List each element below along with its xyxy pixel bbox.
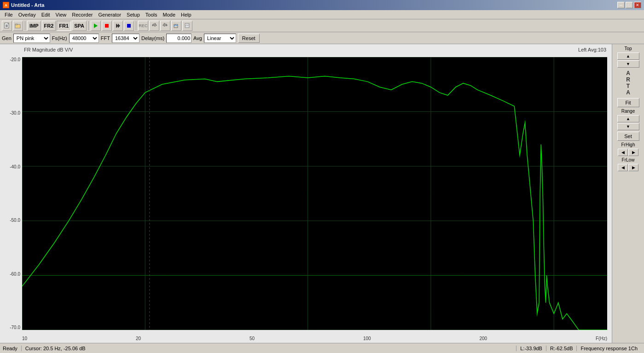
overlay-button[interactable] — [171, 21, 181, 31]
delay-input[interactable] — [166, 34, 191, 43]
fr2-button[interactable]: FR2 — [42, 21, 56, 31]
svg-rect-10 — [127, 24, 131, 28]
minimize-button[interactable]: ─ — [617, 2, 625, 8]
undo-button[interactable] — [149, 21, 159, 31]
status-ready: Ready — [3, 346, 22, 351]
svg-marker-6 — [94, 23, 98, 28]
reset-button[interactable]: Reset — [238, 34, 260, 43]
spa-button[interactable]: SPA — [72, 21, 87, 31]
menubar: File Overlay Edit View Recorder Generato… — [0, 10, 644, 19]
chart-container: FR Magnitude dB V/V Left Avg:103 -20.0 -… — [0, 44, 612, 343]
y-label-2: -30.0 — [10, 110, 20, 116]
smooth-button[interactable] — [182, 21, 192, 31]
arta-a2: A — [626, 89, 630, 96]
titlebar: A Untitled - Arta ─ □ ✕ — [0, 0, 644, 10]
titlebar-left: A Untitled - Arta — [3, 2, 44, 8]
play2-button[interactable] — [113, 21, 123, 31]
status-right: R:-62.5dB — [546, 346, 577, 351]
frhigh-right-arrow[interactable]: ▶ — [628, 149, 638, 156]
menu-mode[interactable]: Mode — [160, 11, 178, 18]
fit-button[interactable]: Fit — [617, 98, 639, 107]
status-mode: Frequency response 1Ch — [577, 346, 641, 351]
avg-select[interactable]: Linear Exponential Peak — [204, 34, 236, 43]
delay-label: Delay(ms) — [141, 35, 164, 41]
svg-rect-7 — [105, 24, 109, 28]
fr1-button[interactable]: FR1 — [57, 21, 71, 31]
y-label-1: -20.0 — [10, 57, 20, 62]
chart-title: FR Magnitude dB V/V — [24, 47, 73, 52]
y-label-5: -60.0 — [10, 272, 20, 277]
frequency-chart[interactable] — [22, 57, 607, 330]
imp-button[interactable]: IMP — [27, 21, 41, 31]
menu-setup[interactable]: Setup — [124, 11, 143, 18]
menu-generator[interactable]: Generator — [96, 11, 124, 18]
y-label-3: -40.0 — [10, 164, 20, 169]
x-label-100: 100 — [363, 336, 371, 341]
gen-select[interactable]: PN pink PN white Sine MLS — [13, 34, 50, 43]
main-layout: FR Magnitude dB V/V Left Avg:103 -20.0 -… — [0, 44, 644, 343]
x-label-20: 20 — [136, 336, 141, 341]
frhigh-arrows: ◀ ▶ — [618, 149, 638, 156]
frlow-label: FrLow — [622, 157, 635, 162]
y-label-4: -50.0 — [10, 218, 20, 223]
avg-label: Avg — [193, 35, 202, 41]
menu-tools[interactable]: Tools — [143, 11, 160, 18]
menu-overlay[interactable]: Overlay — [16, 11, 39, 18]
x-label-200: 200 — [479, 336, 487, 341]
new-button[interactable] — [2, 21, 12, 31]
titlebar-controls: ─ □ ✕ — [617, 2, 641, 8]
separator2 — [88, 21, 89, 30]
separator3 — [136, 21, 136, 30]
fft-select[interactable]: 16384 4096 8192 32768 — [112, 34, 139, 43]
x-label-10: 10 — [22, 336, 27, 341]
range-label: Range — [621, 109, 635, 114]
range-down-arrow[interactable]: ▼ — [617, 123, 639, 130]
frhigh-label: FrHigh — [621, 142, 635, 147]
stop-record-button[interactable] — [102, 21, 112, 31]
maximize-button[interactable]: □ — [626, 2, 633, 8]
x-label-50: 50 — [249, 336, 255, 341]
toolbar2: Gen PN pink PN white Sine MLS Fs(Hz) 480… — [0, 32, 644, 44]
chart-info: Left Avg:103 — [578, 47, 606, 52]
x-axis: 10 20 50 100 200 F(Hz) — [22, 336, 607, 341]
app-icon: A — [3, 2, 9, 8]
range-arrows: ▲ ▼ — [617, 115, 639, 130]
toolbar1: IMP FR2 FR1 SPA REC — [0, 19, 644, 32]
separator1 — [25, 21, 25, 30]
app-title: Untitled - Arta — [11, 2, 44, 8]
open-button[interactable] — [13, 21, 23, 31]
top-down-arrow[interactable]: ▼ — [617, 60, 639, 68]
y-label-6: -70.0 — [10, 325, 20, 330]
fs-select[interactable]: 48000 44100 96000 — [69, 34, 99, 43]
menu-edit[interactable]: Edit — [39, 11, 53, 18]
play-button[interactable] — [91, 21, 101, 31]
menu-view[interactable]: View — [53, 11, 70, 18]
set-button[interactable]: Set — [617, 132, 639, 141]
top-label: Top — [624, 46, 632, 51]
statusbar: Ready Cursor: 20.5 Hz, -25.06 dB L:-33.9… — [0, 343, 644, 353]
range-up-arrow[interactable]: ▲ — [617, 115, 639, 122]
fft-label: FFT — [101, 35, 110, 41]
svg-marker-9 — [118, 23, 120, 28]
gen-label: Gen — [2, 35, 12, 41]
top-arrows: ▲ ▼ — [617, 52, 639, 68]
frlow-right-arrow[interactable]: ▶ — [628, 164, 638, 171]
svg-rect-5 — [15, 24, 17, 25]
close-button[interactable]: ✕ — [634, 2, 641, 8]
menu-file[interactable]: File — [2, 11, 16, 18]
x-label-fhz: F(Hz) — [596, 336, 607, 341]
arta-r: R — [626, 76, 630, 83]
menu-help[interactable]: Help — [178, 11, 194, 18]
stop-button[interactable] — [124, 21, 134, 31]
frhigh-left-arrow[interactable]: ◀ — [618, 149, 628, 156]
frlow-left-arrow[interactable]: ◀ — [618, 164, 628, 171]
rec-button[interactable]: REC — [138, 21, 148, 31]
top-up-arrow[interactable]: ▲ — [617, 52, 639, 60]
arta-t: T — [627, 83, 630, 89]
menu-recorder[interactable]: Recorder — [69, 11, 95, 18]
redo-button[interactable] — [160, 21, 170, 31]
status-left: L:-33.9dB — [516, 346, 546, 351]
arta-a1: A — [626, 70, 630, 76]
frlow-arrows: ◀ ▶ — [618, 164, 638, 171]
y-axis: -20.0 -30.0 -40.0 -50.0 -60.0 -70.0 — [0, 57, 22, 330]
